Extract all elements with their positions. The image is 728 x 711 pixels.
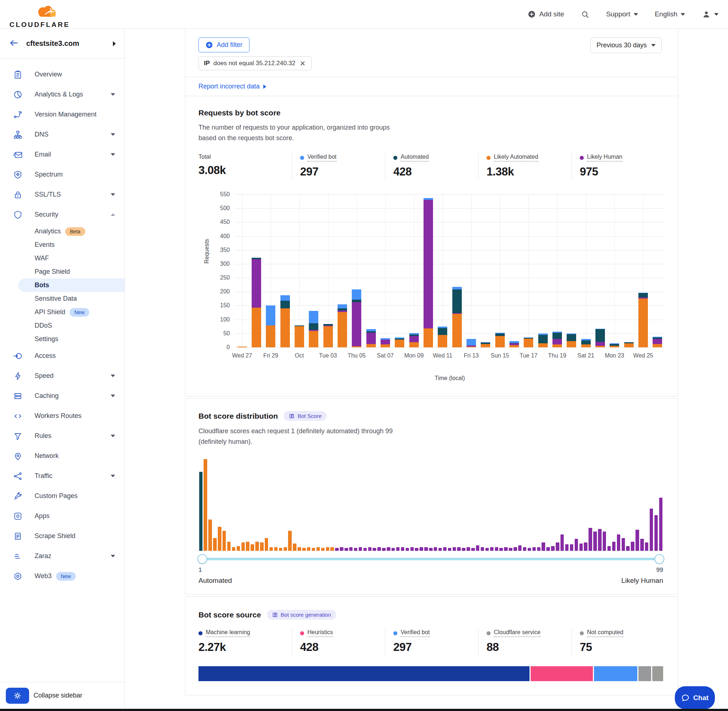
hist-bar-score-33	[349, 547, 353, 551]
source-segment-verified-bot	[594, 666, 637, 681]
legend-dot	[198, 631, 202, 635]
bar-segment-automated	[281, 301, 290, 308]
settings-gear-button[interactable]	[6, 688, 29, 704]
sidebar-footer: Collapse sidebar	[0, 682, 124, 709]
back-arrow-icon[interactable]	[9, 38, 19, 49]
stat-value: 297	[393, 641, 478, 654]
support-menu[interactable]: Support	[606, 10, 638, 18]
bar-segment-likely-automated	[309, 331, 318, 347]
add-filter-button[interactable]: Add filter	[198, 37, 250, 52]
bar-mon-16	[509, 341, 519, 347]
sidebar-item-spectrum[interactable]: Spectrum	[0, 165, 124, 184]
filter-chip[interactable]: IP does not equal 35.212.240.32 ✕	[198, 56, 312, 70]
hist-bar-score-28	[326, 547, 329, 551]
shield-gear-icon	[13, 170, 22, 180]
add-site-button[interactable]: Add site	[528, 10, 564, 18]
hist-bar-score-20	[288, 531, 292, 551]
sidebar-item-custom-pages[interactable]: Custom Pages	[0, 486, 124, 506]
remove-filter-icon[interactable]: ✕	[299, 60, 306, 67]
sidebar-item-sensitive-data[interactable]: Sensitive Data	[0, 292, 124, 305]
sidebar-item-analytics-logs[interactable]: Analytics & Logs	[0, 84, 124, 105]
hist-bar-score-11	[246, 542, 250, 551]
site-name[interactable]: cftestsite3.com	[26, 39, 80, 48]
gridline	[385, 195, 386, 347]
sidebar-item-caching[interactable]: Caching	[0, 386, 124, 406]
sidebar-item-apps[interactable]: Apps	[0, 506, 124, 526]
section-title: Bot score distribution	[198, 412, 278, 420]
sidebar-item-speed[interactable]: Speed	[0, 366, 124, 386]
sidebar-item-web3[interactable]: Web3New	[0, 566, 124, 586]
date-range-dropdown[interactable]: Previous 30 days	[590, 37, 662, 53]
sidebar-item-scrape-shield[interactable]: Scrape Shield	[0, 526, 124, 546]
slider-track[interactable]	[200, 558, 662, 560]
sidebar-item-network[interactable]: Network	[0, 446, 124, 466]
account-menu[interactable]	[702, 10, 719, 19]
collapse-sidebar-label[interactable]: Collapse sidebar	[34, 692, 82, 699]
hist-bar-score-80	[570, 544, 574, 551]
search-button[interactable]	[581, 10, 589, 19]
bar-sun-08	[395, 338, 404, 347]
new-badge: New	[56, 572, 76, 581]
sidebar-item-rules[interactable]: Rules	[0, 426, 124, 446]
sidebar-item-security[interactable]: Security	[0, 205, 124, 225]
sidebar-item-label: Bots	[35, 282, 49, 289]
slider-handle-max[interactable]	[654, 554, 664, 564]
sidebar-item-label: Caching	[35, 392, 59, 400]
funnel-icon	[13, 431, 22, 441]
beta-badge: Beta	[65, 227, 85, 236]
hist-bar-score-26	[316, 547, 320, 551]
sidebar-item-version-management[interactable]: Version Management	[0, 105, 124, 124]
x-tick-label: Wed 11	[433, 353, 452, 359]
language-menu[interactable]: English	[655, 10, 685, 18]
stat-value: 1.38k	[487, 165, 571, 178]
sidebar-item-api-shield[interactable]: API ShieldNew	[0, 305, 124, 319]
bar-segment-likely-automated	[552, 344, 562, 347]
bot-score-badge[interactable]: Bot Score	[284, 411, 327, 421]
hist-bar-score-82	[579, 544, 583, 551]
sidebar-item-page-shield[interactable]: Page Shield	[0, 265, 124, 279]
stat-likely-human: Likely Human975	[571, 153, 665, 181]
layers-icon	[13, 391, 22, 401]
bar-segment-likely-automated	[538, 343, 548, 347]
hist-bar-score-61	[481, 547, 484, 551]
stat-machine-learning: Machine learning2.27k	[198, 628, 292, 656]
cloudflare-logo[interactable]: CLOUDFLARE	[9, 1, 64, 27]
brand-wordmark: CLOUDFLARE	[9, 21, 70, 29]
sidebar-item-analytics[interactable]: AnalyticsBeta	[0, 225, 124, 238]
bar-thu-19	[552, 332, 562, 348]
gridline	[586, 195, 586, 347]
hist-bar-score-90	[617, 534, 620, 551]
sidebar-item-waf[interactable]: WAF	[0, 252, 124, 265]
sidebar-item-workers-routes[interactable]: Workers Routes	[0, 406, 124, 426]
legend-dot	[580, 156, 584, 160]
sidebar-item-label: Security	[35, 211, 58, 218]
bar-wed-11	[438, 326, 447, 347]
sidebar: cftestsite3.com OverviewAnalytics & Logs…	[0, 29, 125, 709]
bot-score-generation-badge[interactable]: Bot score generation	[267, 610, 336, 620]
gridline	[500, 195, 501, 347]
gridline	[614, 195, 615, 347]
hist-bar-score-9	[237, 546, 240, 551]
chat-button[interactable]: Chat	[675, 686, 715, 709]
sidebar-item-settings[interactable]: Settings	[0, 332, 124, 346]
sidebar-item-zaraz[interactable]: Zaraz	[0, 546, 124, 566]
sidebar-item-events[interactable]: Events	[0, 238, 124, 252]
document-icon	[13, 531, 22, 541]
sidebar-item-email[interactable]: Email	[0, 145, 124, 165]
chevron-right-icon[interactable]	[113, 41, 116, 46]
sidebar-item-dns[interactable]: DNS	[0, 124, 124, 145]
sidebar-item-ddos[interactable]: DDoS	[0, 319, 124, 332]
slider-handle-min[interactable]	[197, 554, 207, 564]
sidebar-item-overview[interactable]: Overview	[0, 65, 124, 84]
stat-value: 428	[393, 165, 478, 178]
sidebar-item-bots[interactable]: Bots	[18, 279, 124, 292]
report-incorrect-data-link[interactable]: Report incorrect data	[198, 83, 266, 90]
bar-segment-automated	[567, 334, 576, 341]
hist-bar-score-23	[302, 548, 306, 551]
sidebar-item-access[interactable]: Access	[0, 346, 124, 366]
sidebar-item-traffic[interactable]: Traffic	[0, 466, 124, 486]
sidebar-item-ssl-tls[interactable]: SSL/TLS	[0, 184, 124, 205]
requests-chart: Requests 0501001502002503003504004505005…	[198, 195, 665, 382]
new-badge: New	[69, 308, 89, 317]
bar-segment-likely-automated	[424, 328, 433, 347]
